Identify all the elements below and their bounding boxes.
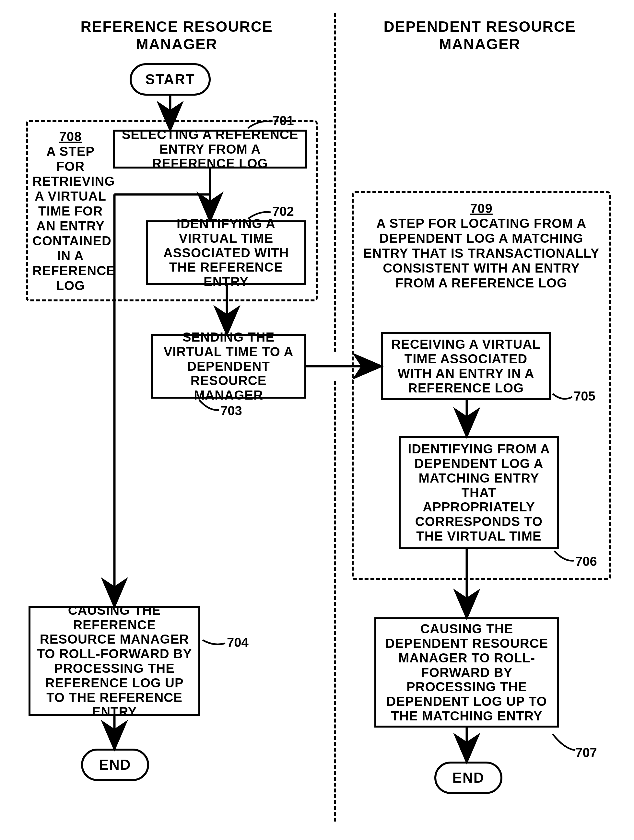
group-708-label: 708 A STEP FOR RETRIEVING A VIRTUAL TIME… — [32, 129, 109, 293]
box-703: SENDING THE VIRTUAL TIME TO A DEPENDENT … — [151, 334, 306, 399]
box-704: CAUSING THE REFERENCE RESOURCE MANAGER T… — [28, 606, 200, 716]
column-divider-bottom — [334, 381, 336, 821]
box-705: RECEIVING A VIRTUAL TIME ASSOCIATED WITH… — [381, 332, 551, 400]
ref-703: 703 — [220, 403, 242, 418]
ref-706: 706 — [576, 554, 597, 569]
leader-704 — [201, 638, 227, 648]
terminal-end-right: END — [434, 761, 503, 794]
ref-702: 702 — [272, 204, 294, 219]
ref-707: 707 — [576, 745, 597, 760]
leader-707 — [551, 733, 577, 752]
header-right: DEPENDENT RESOURCE MANAGER — [353, 18, 606, 53]
box-701: SELECTING A REFERENCE ENTRY FROM A REFER… — [113, 129, 307, 169]
box-707: CAUSING THE DEPENDENT RESOURCE MANAGER T… — [375, 617, 559, 728]
ref-704: 704 — [227, 635, 248, 650]
group-709-label: 709 A STEP FOR LOCATING FROM A DEPENDENT… — [361, 201, 601, 291]
ref-701: 701 — [272, 114, 294, 128]
box-702: IDENTIFYING A VIRTUAL TIME ASSOCIATED WI… — [146, 220, 306, 285]
column-divider-top — [334, 13, 336, 352]
terminal-end-left: END — [81, 748, 149, 781]
box-706: IDENTIFYING FROM A DEPENDENT LOG A MATCH… — [399, 436, 559, 549]
header-left: REFERENCE RESOURCE MANAGER — [39, 18, 315, 53]
terminal-start: START — [130, 63, 211, 96]
ref-705: 705 — [574, 389, 595, 403]
